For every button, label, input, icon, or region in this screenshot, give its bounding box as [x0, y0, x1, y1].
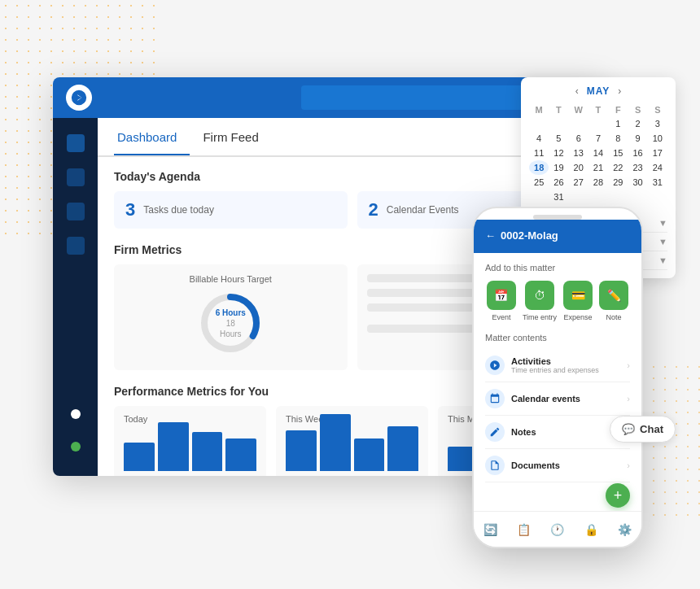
sidebar-icon-4[interactable]	[67, 237, 85, 255]
cal-filter-2-arrow[interactable]: ▼	[658, 237, 667, 247]
cal-filter-3-arrow[interactable]: ▼	[658, 255, 667, 265]
bar-today-3	[192, 432, 223, 471]
donut-chart: 6 Hours 18 Hours	[198, 290, 263, 356]
bar-week-4	[387, 426, 418, 471]
cal-day-23[interactable]: 23	[628, 160, 647, 175]
list-item-activities[interactable]: Activities Time entries and expenses ›	[485, 349, 630, 382]
bar-week-1	[286, 430, 317, 471]
cal-dow-w: W	[569, 103, 588, 116]
cal-day-6[interactable]: 6	[569, 131, 588, 146]
cal-week-1: 1 2 3	[529, 116, 667, 131]
cal-filter-1-arrow[interactable]: ▼	[658, 218, 667, 228]
sidebar	[53, 118, 98, 476]
documents-arrow: ›	[627, 460, 630, 470]
cal-day-0[interactable]	[529, 190, 549, 204]
phone-action-event[interactable]: 📅 Event	[487, 281, 516, 321]
cal-day-empty2	[549, 116, 568, 131]
chart-title: Billable Hours Target	[190, 274, 272, 284]
bottom-icon-lock[interactable]: 🔒	[584, 523, 598, 536]
cal-day-1[interactable]: 1	[608, 116, 628, 131]
cal-day-21[interactable]: 21	[588, 160, 608, 175]
expense-label: Expense	[564, 313, 593, 321]
bottom-icon-list[interactable]: 📋	[517, 523, 531, 536]
search-bar[interactable]	[301, 85, 529, 110]
list-item-calendar[interactable]: Calendar events ›	[485, 382, 630, 416]
tab-dashboard[interactable]: Dashboard	[114, 120, 190, 155]
note-icon: ✏️	[599, 281, 628, 310]
cal-day-17[interactable]: 17	[648, 146, 667, 160]
bottom-icon-refresh[interactable]: 🔄	[483, 523, 497, 536]
list-item-notes[interactable]: Notes ›	[485, 416, 630, 449]
cal-day-13[interactable]: 13	[569, 146, 588, 160]
phone-action-expense[interactable]: 💳 Expense	[563, 281, 593, 321]
phone-action-time[interactable]: ⏱ Time entry	[523, 281, 557, 321]
notes-icon	[485, 422, 505, 442]
cal-day-31b[interactable]: 31	[549, 190, 568, 204]
cal-day-31[interactable]: 31	[648, 175, 667, 190]
bottom-icon-gear[interactable]: ⚙️	[618, 523, 632, 536]
cal-day-27[interactable]: 27	[569, 175, 588, 190]
cal-day-2[interactable]: 2	[628, 116, 647, 131]
cal-day-empty7	[608, 190, 628, 204]
cal-dow-t1: T	[549, 103, 568, 116]
perf-today-label: Today	[124, 414, 256, 424]
cal-day-12[interactable]: 12	[549, 146, 568, 160]
phone-fab[interactable]: +	[606, 483, 630, 508]
logo-icon	[71, 89, 87, 106]
cal-day-14[interactable]: 14	[588, 146, 608, 160]
cal-week-2: 4 5 6 7 8 9 10	[529, 131, 667, 146]
documents-name: Documents	[511, 460, 627, 470]
cal-day-3[interactable]: 3	[648, 116, 667, 131]
cal-day-10[interactable]: 10	[648, 131, 667, 146]
cal-day-16[interactable]: 16	[628, 146, 647, 160]
calendar-events-name: Calendar events	[511, 394, 627, 404]
calendar-label: Calendar Events	[387, 204, 459, 216]
cal-day-9[interactable]: 9	[628, 131, 647, 146]
cal-day-empty3	[569, 116, 588, 131]
phone-back-btn[interactable]: ← 0002-Molag	[485, 229, 630, 242]
calendar-content: Calendar events	[511, 394, 627, 404]
tasks-count: 3	[125, 199, 135, 220]
phone-action-note[interactable]: ✏️ Note	[599, 281, 628, 321]
cal-day-empty9	[648, 190, 667, 204]
cal-prev[interactable]: ‹	[575, 85, 579, 97]
cal-day-25[interactable]: 25	[529, 175, 549, 190]
sidebar-icon-3[interactable]	[67, 203, 85, 220]
cal-day-5[interactable]: 5	[549, 131, 568, 146]
add-matter-title: Add to this matter	[485, 263, 630, 273]
cal-day-4[interactable]: 4	[529, 131, 549, 146]
bar-chart-today	[124, 430, 256, 471]
cal-next[interactable]: ›	[618, 85, 621, 97]
cal-day-7[interactable]: 7	[588, 131, 608, 146]
calendar-icon	[485, 389, 505, 408]
back-arrow-icon: ←	[485, 229, 496, 242]
bottom-icon-clock[interactable]: 🕐	[550, 523, 564, 536]
perf-today: Today	[114, 406, 266, 476]
tab-firm-feed[interactable]: Firm Feed	[199, 120, 271, 154]
cal-dow-s2: S	[648, 103, 667, 116]
cal-day-15[interactable]: 15	[608, 146, 628, 160]
bar-chart-week	[286, 430, 418, 471]
cal-dow-m: M	[529, 103, 549, 116]
sidebar-icon-2[interactable]	[67, 168, 85, 186]
cal-dow-f: F	[608, 103, 628, 116]
cal-day-29[interactable]: 29	[608, 175, 628, 190]
list-item-documents[interactable]: Documents ›	[485, 449, 630, 482]
chat-button[interactable]: 💬 Chat	[610, 416, 676, 443]
activities-icon	[485, 356, 505, 375]
cal-day-8[interactable]: 8	[608, 131, 628, 146]
cal-day-11[interactable]: 11	[529, 146, 549, 160]
cal-day-18[interactable]: 18	[529, 160, 549, 175]
documents-content: Documents	[511, 460, 627, 470]
cal-day-22[interactable]: 22	[608, 160, 628, 175]
cal-day-26[interactable]: 26	[549, 175, 568, 190]
cal-day-19[interactable]: 19	[549, 160, 568, 175]
calendar-count: 2	[369, 199, 378, 220]
cal-day-30[interactable]: 30	[628, 175, 647, 190]
cal-day-20[interactable]: 20	[569, 160, 588, 175]
cal-day-28[interactable]: 28	[588, 175, 608, 190]
cal-day-24[interactable]: 24	[648, 160, 667, 175]
bar-week-3	[354, 438, 385, 471]
sidebar-icon-1[interactable]	[67, 134, 85, 152]
sidebar-dot-white	[71, 409, 81, 419]
